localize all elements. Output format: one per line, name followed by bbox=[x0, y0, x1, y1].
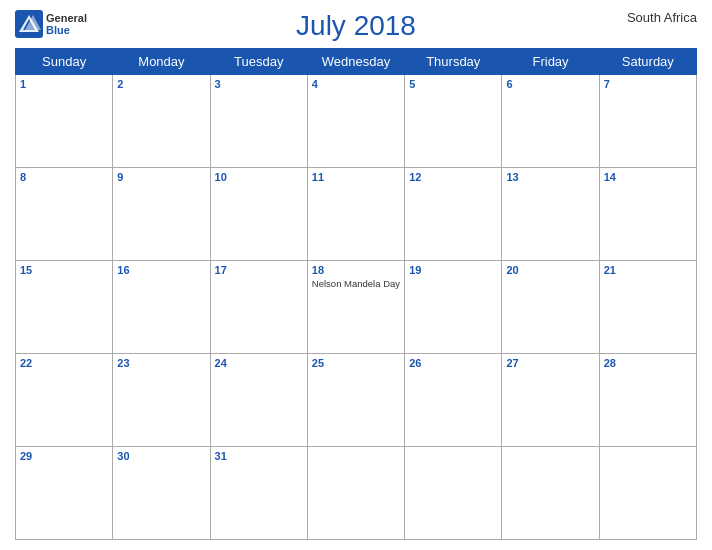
calendar-day-cell: 3 bbox=[210, 75, 307, 168]
day-number: 2 bbox=[117, 78, 205, 90]
calendar-day-cell: 5 bbox=[405, 75, 502, 168]
calendar-day-cell: 6 bbox=[502, 75, 599, 168]
calendar-day-cell: 17 bbox=[210, 261, 307, 354]
day-number: 14 bbox=[604, 171, 692, 183]
calendar-day-cell: 2 bbox=[113, 75, 210, 168]
day-number: 29 bbox=[20, 450, 108, 462]
col-wednesday: Wednesday bbox=[307, 49, 404, 75]
calendar-day-cell: 27 bbox=[502, 354, 599, 447]
calendar-day-cell bbox=[405, 447, 502, 540]
calendar-day-cell bbox=[307, 447, 404, 540]
logo-words: General Blue bbox=[46, 12, 87, 36]
day-number: 8 bbox=[20, 171, 108, 183]
calendar-header: General Blue July 2018 South Africa bbox=[15, 10, 697, 42]
col-thursday: Thursday bbox=[405, 49, 502, 75]
calendar-day-cell: 25 bbox=[307, 354, 404, 447]
calendar-day-cell: 8 bbox=[16, 168, 113, 261]
calendar-day-cell: 14 bbox=[599, 168, 696, 261]
calendar-day-cell: 4 bbox=[307, 75, 404, 168]
col-friday: Friday bbox=[502, 49, 599, 75]
day-number: 30 bbox=[117, 450, 205, 462]
calendar-title: July 2018 bbox=[296, 10, 416, 42]
calendar-day-cell: 1 bbox=[16, 75, 113, 168]
calendar-day-cell: 24 bbox=[210, 354, 307, 447]
week-row-1: 1234567 bbox=[16, 75, 697, 168]
calendar-day-cell: 19 bbox=[405, 261, 502, 354]
day-number: 20 bbox=[506, 264, 594, 276]
col-saturday: Saturday bbox=[599, 49, 696, 75]
calendar-day-cell: 16 bbox=[113, 261, 210, 354]
day-number: 4 bbox=[312, 78, 400, 90]
calendar-day-cell: 28 bbox=[599, 354, 696, 447]
day-number: 16 bbox=[117, 264, 205, 276]
week-row-5: 293031 bbox=[16, 447, 697, 540]
day-number: 21 bbox=[604, 264, 692, 276]
calendar-day-cell: 22 bbox=[16, 354, 113, 447]
logo: General Blue bbox=[15, 10, 87, 38]
day-number: 28 bbox=[604, 357, 692, 369]
day-number: 5 bbox=[409, 78, 497, 90]
week-row-4: 22232425262728 bbox=[16, 354, 697, 447]
day-number: 3 bbox=[215, 78, 303, 90]
logo-general: General bbox=[46, 12, 87, 24]
calendar-day-cell: 15 bbox=[16, 261, 113, 354]
day-number: 1 bbox=[20, 78, 108, 90]
day-number: 25 bbox=[312, 357, 400, 369]
col-tuesday: Tuesday bbox=[210, 49, 307, 75]
calendar-day-cell: 30 bbox=[113, 447, 210, 540]
day-number: 12 bbox=[409, 171, 497, 183]
day-number: 31 bbox=[215, 450, 303, 462]
day-number: 27 bbox=[506, 357, 594, 369]
day-number: 13 bbox=[506, 171, 594, 183]
week-row-2: 891011121314 bbox=[16, 168, 697, 261]
week-row-3: 15161718Nelson Mandela Day192021 bbox=[16, 261, 697, 354]
logo-blue: Blue bbox=[46, 24, 87, 36]
calendar-day-cell: 11 bbox=[307, 168, 404, 261]
calendar-table: Sunday Monday Tuesday Wednesday Thursday… bbox=[15, 48, 697, 540]
weekday-header-row: Sunday Monday Tuesday Wednesday Thursday… bbox=[16, 49, 697, 75]
country-label: South Africa bbox=[627, 10, 697, 25]
calendar-day-cell: 9 bbox=[113, 168, 210, 261]
calendar-day-cell: 21 bbox=[599, 261, 696, 354]
calendar-day-cell: 29 bbox=[16, 447, 113, 540]
calendar-day-cell: 10 bbox=[210, 168, 307, 261]
calendar-day-cell: 18Nelson Mandela Day bbox=[307, 261, 404, 354]
holiday-label: Nelson Mandela Day bbox=[312, 278, 400, 290]
calendar-day-cell bbox=[599, 447, 696, 540]
day-number: 22 bbox=[20, 357, 108, 369]
day-number: 26 bbox=[409, 357, 497, 369]
col-sunday: Sunday bbox=[16, 49, 113, 75]
day-number: 19 bbox=[409, 264, 497, 276]
logo-icon bbox=[15, 10, 43, 38]
calendar-container: General Blue July 2018 South Africa Sund… bbox=[0, 0, 712, 550]
day-number: 7 bbox=[604, 78, 692, 90]
calendar-day-cell: 26 bbox=[405, 354, 502, 447]
calendar-day-cell: 7 bbox=[599, 75, 696, 168]
day-number: 6 bbox=[506, 78, 594, 90]
day-number: 10 bbox=[215, 171, 303, 183]
calendar-day-cell: 13 bbox=[502, 168, 599, 261]
day-number: 17 bbox=[215, 264, 303, 276]
day-number: 15 bbox=[20, 264, 108, 276]
day-number: 9 bbox=[117, 171, 205, 183]
col-monday: Monday bbox=[113, 49, 210, 75]
day-number: 11 bbox=[312, 171, 400, 183]
day-number: 24 bbox=[215, 357, 303, 369]
calendar-day-cell bbox=[502, 447, 599, 540]
calendar-day-cell: 20 bbox=[502, 261, 599, 354]
calendar-day-cell: 23 bbox=[113, 354, 210, 447]
calendar-day-cell: 31 bbox=[210, 447, 307, 540]
day-number: 18 bbox=[312, 264, 400, 276]
calendar-day-cell: 12 bbox=[405, 168, 502, 261]
day-number: 23 bbox=[117, 357, 205, 369]
